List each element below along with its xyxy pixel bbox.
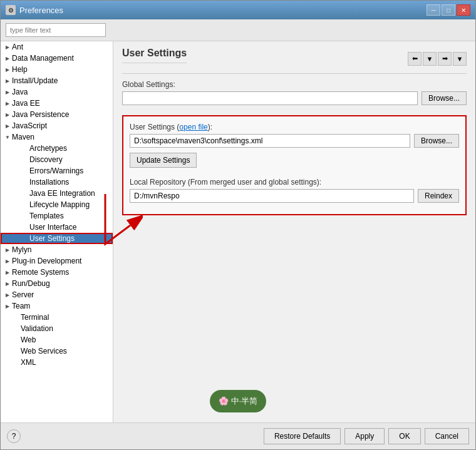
arrow-run-debug bbox=[3, 279, 12, 288]
sidebar-label-java: Java bbox=[12, 88, 28, 96]
sidebar-item-java-persistence[interactable]: Java Persistence bbox=[1, 109, 113, 120]
close-button[interactable]: ✕ bbox=[457, 4, 470, 16]
sidebar-item-java-ee-integration[interactable]: Java EE Integration bbox=[1, 188, 113, 199]
sidebar-item-java[interactable]: Java bbox=[1, 86, 113, 98]
sidebar-item-remote-systems[interactable]: Remote Systems bbox=[1, 267, 113, 278]
sidebar-label-help: Help bbox=[12, 65, 28, 74]
panel-title: User Settings bbox=[122, 48, 187, 63]
sidebar-item-archetypes[interactable]: Archetypes bbox=[1, 143, 113, 154]
reindex-button[interactable]: Reindex bbox=[418, 189, 459, 203]
sidebar-item-javascript[interactable]: JavaScript bbox=[1, 120, 113, 131]
sidebar-item-user-interface[interactable]: User Interface bbox=[1, 222, 113, 233]
arrow-help bbox=[3, 65, 12, 74]
sidebar-item-server[interactable]: Server bbox=[1, 289, 113, 300]
sidebar-item-web[interactable]: Web bbox=[1, 334, 113, 345]
user-settings-text: User Settings ( bbox=[130, 123, 179, 131]
global-settings-label: Global Settings: bbox=[122, 80, 467, 89]
sidebar-item-team[interactable]: Team bbox=[1, 300, 113, 312]
content-area: Ant Data Management Help Install/Update bbox=[1, 41, 475, 422]
sidebar-item-java-ee[interactable]: Java EE bbox=[1, 98, 113, 109]
restore-defaults-button[interactable]: Restore Defaults bbox=[264, 428, 341, 444]
arrow-install-update bbox=[3, 76, 12, 85]
global-settings-input[interactable] bbox=[122, 91, 418, 105]
user-settings-link[interactable]: open file bbox=[179, 123, 207, 131]
sidebar-item-ant[interactable]: Ant bbox=[1, 41, 113, 53]
global-browse-button[interactable]: Browse... bbox=[422, 91, 467, 105]
global-settings-section: Global Settings: Browse... bbox=[122, 80, 467, 110]
cancel-button[interactable]: Cancel bbox=[425, 428, 469, 444]
sidebar-item-user-settings[interactable]: User Settings bbox=[1, 233, 113, 244]
sidebar-item-maven[interactable]: Maven bbox=[1, 131, 113, 143]
sidebar-item-templates[interactable]: Templates bbox=[1, 210, 113, 222]
sidebar-label-user-interface: User Interface bbox=[29, 223, 76, 232]
filter-input[interactable] bbox=[6, 23, 106, 37]
sidebar-label-java-ee: Java EE bbox=[12, 99, 40, 108]
sidebar-item-errors-warnings[interactable]: Errors/Warnings bbox=[1, 165, 113, 176]
sidebar-item-help[interactable]: Help bbox=[1, 64, 113, 75]
watermark: 🌸 中·半简 bbox=[210, 390, 266, 412]
sidebar-label-lifecycle-mapping: Lifecycle Mapping bbox=[29, 200, 90, 209]
sidebar-label-remote-systems: Remote Systems bbox=[12, 268, 69, 277]
user-settings-input[interactable] bbox=[130, 134, 410, 148]
sidebar-label-errors-warnings: Errors/Warnings bbox=[29, 166, 83, 175]
bottom-bar: ? Restore Defaults Apply OK Cancel bbox=[1, 422, 475, 449]
sidebar-item-lifecycle-mapping[interactable]: Lifecycle Mapping bbox=[1, 199, 113, 210]
arrow-plugin-development bbox=[3, 257, 12, 265]
sidebar-label-server: Server bbox=[12, 290, 34, 299]
sidebar-label-java-persistence: Java Persistence bbox=[12, 110, 69, 119]
sidebar-item-mylyn[interactable]: Mylyn bbox=[1, 244, 113, 255]
update-settings-button[interactable]: Update Settings bbox=[130, 153, 197, 168]
nav-dropdown-button[interactable]: ▼ bbox=[423, 52, 437, 66]
window-title: Preferences bbox=[19, 6, 63, 15]
user-browse-button[interactable]: Browse... bbox=[414, 134, 459, 148]
filter-bar bbox=[1, 19, 475, 41]
local-repo-section: Local Repository (From merged user and g… bbox=[130, 178, 459, 203]
arrow-data-management bbox=[3, 54, 12, 63]
nav-back-button[interactable]: ⬅ bbox=[408, 52, 422, 66]
maximize-button[interactable]: □ bbox=[442, 4, 455, 16]
title-bar-left: ⚙ Preferences bbox=[6, 5, 63, 15]
sidebar-item-run-debug[interactable]: Run/Debug bbox=[1, 278, 113, 289]
sidebar-label-web: Web bbox=[21, 335, 36, 344]
sidebar-label-install-update: Install/Update bbox=[12, 76, 58, 85]
sidebar-label-validation: Validation bbox=[21, 324, 53, 333]
sidebar-label-run-debug: Run/Debug bbox=[12, 279, 50, 288]
arrow-java bbox=[3, 88, 12, 96]
title-bar-buttons: ─ □ ✕ bbox=[427, 4, 470, 16]
sidebar-label-javascript: JavaScript bbox=[12, 121, 47, 130]
local-repo-input[interactable] bbox=[130, 189, 414, 203]
preferences-window: ⚙ Preferences ─ □ ✕ Ant bbox=[0, 0, 476, 450]
sidebar-item-plugin-development[interactable]: Plug-in Development bbox=[1, 255, 113, 267]
arrow-remote-systems bbox=[3, 268, 12, 277]
sidebar-item-terminal[interactable]: Terminal bbox=[1, 312, 113, 323]
local-repo-row: Reindex bbox=[130, 189, 459, 203]
sidebar-label-user-settings: User Settings bbox=[29, 234, 75, 243]
local-repo-label: Local Repository (From merged user and g… bbox=[130, 178, 459, 187]
minimize-button[interactable]: ─ bbox=[427, 4, 440, 16]
bottom-left: ? bbox=[7, 429, 21, 443]
ok-button[interactable]: OK bbox=[388, 428, 420, 444]
sidebar-item-web-services[interactable]: Web Services bbox=[1, 345, 113, 357]
sidebar-item-discovery[interactable]: Discovery bbox=[1, 154, 113, 165]
help-button[interactable]: ? bbox=[7, 429, 21, 443]
user-settings-section: User Settings (open file): Browse... Upd… bbox=[122, 115, 467, 215]
sidebar-label-plugin-development: Plug-in Development bbox=[12, 257, 81, 265]
sidebar-label-installations: Installations bbox=[29, 178, 69, 187]
nav-forward-dropdown-button[interactable]: ▼ bbox=[453, 52, 467, 66]
nav-forward-button[interactable]: ➡ bbox=[438, 52, 452, 66]
user-settings-suffix: ): bbox=[208, 123, 212, 131]
sidebar-item-installations[interactable]: Installations bbox=[1, 176, 113, 188]
sidebar-item-validation[interactable]: Validation bbox=[1, 323, 113, 334]
arrow-java-ee bbox=[3, 99, 12, 108]
sidebar-label-team: Team bbox=[12, 302, 30, 310]
arrow-team bbox=[3, 302, 12, 310]
arrow-javascript bbox=[3, 121, 12, 130]
sidebar-item-install-update[interactable]: Install/Update bbox=[1, 75, 113, 86]
apply-button[interactable]: Apply bbox=[344, 428, 385, 444]
sidebar: Ant Data Management Help Install/Update bbox=[1, 41, 113, 422]
sidebar-label-java-ee-integration: Java EE Integration bbox=[29, 189, 95, 198]
sidebar-item-xml[interactable]: XML bbox=[1, 357, 113, 368]
arrow-mylyn bbox=[3, 245, 12, 254]
global-settings-row: Browse... bbox=[122, 91, 467, 105]
sidebar-item-data-management[interactable]: Data Management bbox=[1, 53, 113, 64]
